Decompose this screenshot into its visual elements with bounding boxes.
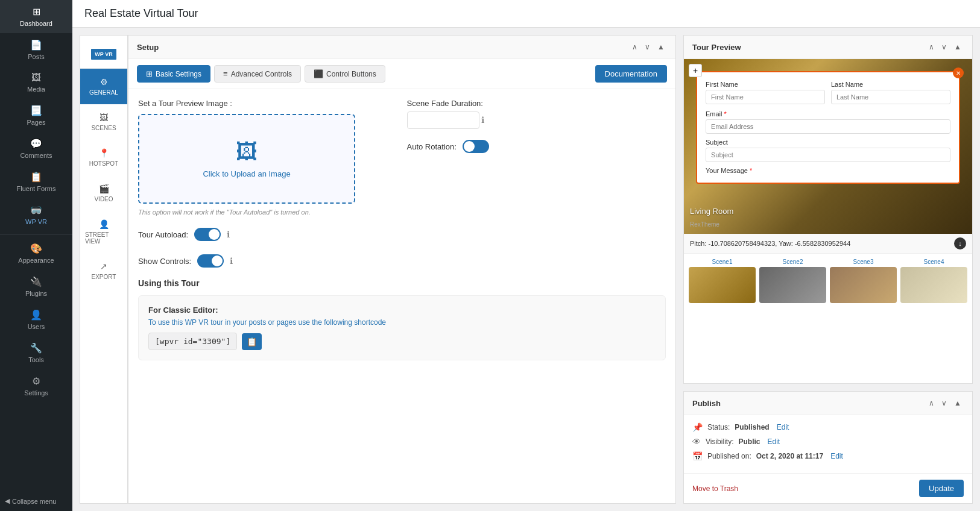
preview-overlay-form: ✕ First Name Last Name [696,71,960,184]
tour-autoload-toggle[interactable] [194,228,221,241]
tour-preview-close-button[interactable]: ▲ [952,42,964,52]
tab-bar: ⊞ Basic Settings ≡ Advanced Controls ⬛ C… [128,59,675,89]
living-room-label: Living Room [690,207,733,216]
show-controls-toggle[interactable] [197,254,224,268]
download-icon[interactable]: ↓ [954,237,966,249]
zoom-in-button[interactable]: + [689,64,702,77]
sidebar-item-appearance[interactable]: 🎨 Appearance [0,237,72,270]
tour-autoload-slider [194,228,221,241]
sub-sidebar-item-video[interactable]: 🎬 VIDEO [80,175,127,211]
sidebar-item-settings[interactable]: ⚙ Settings [0,369,72,403]
preview-image-area: ✕ First Name Last Name [684,59,972,234]
last-name-label: Last Name [831,81,950,88]
sub-sidebar-item-export[interactable]: ↗ EXPORT [80,253,127,289]
tools-icon: 🔧 [30,342,42,354]
publish-down-button[interactable]: ∨ [939,398,949,409]
sidebar-item-label: Media [27,86,45,93]
copy-shortcode-button[interactable]: 📋 [242,333,262,350]
collapse-arrow-icon: ◀ [5,497,10,505]
collapse-menu-button[interactable]: ◀ Collapse menu [0,491,72,511]
upload-text: Click to Upload an Image [203,169,290,178]
first-name-input[interactable] [706,90,825,104]
form-field-last-name: Last Name [831,81,950,104]
subject-label: Subject [706,139,950,146]
wpvr-logo: WP VR [90,48,117,61]
sidebar-item-plugins[interactable]: 🔌 Plugins [0,270,72,303]
update-button[interactable]: Update [919,480,964,497]
plugins-icon: 🔌 [30,276,42,287]
sub-sidebar-item-hotspot[interactable]: 📍 HOTSPOT [80,140,127,175]
shortcode-box: For Classic Editor: To use this WP VR to… [138,295,666,360]
sidebar-item-posts[interactable]: 📄 Posts [0,33,72,66]
sidebar-item-dashboard[interactable]: ⊞ Dashboard [0,0,72,33]
scene-item-1[interactable]: Scene1 [689,259,756,303]
sidebar-item-label: Users [28,323,45,330]
tab-control-buttons[interactable]: ⬛ Control Buttons [305,65,385,83]
documentation-button[interactable]: Documentation [595,65,667,83]
scene-2-label: Scene2 [759,259,826,265]
posts-icon: 📄 [30,39,42,51]
sidebar-item-tools[interactable]: 🔧 Tools [0,336,72,369]
sub-sidebar-item-street-view[interactable]: 👤 STREET VIEW [80,211,127,253]
auto-rotation-slider [463,140,489,153]
sidebar-item-label: Pages [27,119,45,126]
sidebar-item-label: Plugins [25,290,47,297]
scene-fade-label: Scene Fade Duration: [407,99,666,108]
general-icon: ⚙ [100,77,108,87]
last-name-input[interactable] [831,90,950,104]
form-field-email: Email * [706,110,950,134]
publish-close-button[interactable]: ▲ [952,398,964,409]
sidebar-item-comments[interactable]: 💬 Comments [0,132,72,165]
basic-settings-tab-icon: ⊞ [146,69,153,78]
sub-sidebar-item-general[interactable]: ⚙ GENERAL [80,69,127,104]
panel-collapse-up-button[interactable]: ∧ [630,42,640,52]
visibility-value: Public [738,437,760,446]
auto-rotation-toggle[interactable] [463,140,489,153]
tab-basic-settings[interactable]: ⊞ Basic Settings [137,65,210,83]
published-edit-link[interactable]: Edit [830,452,843,460]
publish-up-button[interactable]: ∧ [926,398,937,409]
sub-sidebar-item-scenes[interactable]: 🖼 SCENES [80,104,127,140]
sub-sidebar-item-label: STREET VIEW [85,231,122,245]
scene-item-4[interactable]: Scene4 [900,259,967,303]
wp-vr-icon: 🥽 [30,204,42,216]
sidebar-item-fluent-forms[interactable]: 📋 Fluent Forms [0,165,72,198]
sidebar-item-label: WP VR [25,218,47,225]
subject-input[interactable] [706,148,950,162]
upload-icon: 🖼 [236,139,258,165]
sidebar-item-media[interactable]: 🖼 Media [0,66,72,99]
shortcode-text: [wpvr id="3309"] [148,333,237,350]
sidebar-item-users[interactable]: 👤 Users [0,303,72,336]
scenes-strip: Scene1 Scene2 Scene3 Scene4 [684,254,972,308]
pages-icon: 📃 [30,105,42,116]
upload-area[interactable]: 🖼 Click to Upload an Image [138,114,355,204]
scene-fade-input[interactable] [407,111,479,129]
scene-item-2[interactable]: Scene2 [759,259,826,303]
scene-4-label: Scene4 [900,259,967,265]
close-overlay-button[interactable]: ✕ [953,67,964,78]
tab-advanced-controls[interactable]: ≡ Advanced Controls [214,65,301,83]
upload-note: This option will not work if the "Tour A… [138,208,397,216]
sidebar-item-pages[interactable]: 📃 Pages [0,99,72,132]
comments-icon: 💬 [30,138,42,149]
panel-close-button[interactable]: ▲ [655,42,667,52]
scene-1-thumb [689,267,756,303]
wpvr-logo-area: WP VR [80,40,127,69]
dashboard-icon: ⊞ [33,6,40,17]
visibility-edit-link[interactable]: Edit [767,437,780,446]
sidebar-item-wp-vr[interactable]: 🥽 WP VR [0,198,72,231]
tour-preview-up-button[interactable]: ∧ [926,42,937,52]
status-edit-link[interactable]: Edit [777,423,789,431]
show-controls-label: Show Controls: [138,257,191,266]
using-tour-heading: Using this Tour [138,278,666,288]
main-two-col: Set a Tour Preview Image : 🖼 Click to Up… [138,99,666,225]
move-to-trash-link[interactable]: Move to Trash [692,484,738,493]
email-input[interactable] [706,119,950,134]
sub-sidebar-item-label: HOTSPOT [89,160,118,167]
tour-autoload-label: Tour Autoload: [138,230,188,239]
publish-panel: Publish ∧ ∨ ▲ 📌 Status: Published Edit [683,391,973,504]
panel-collapse-down-button[interactable]: ∨ [642,42,653,52]
scene-item-3[interactable]: Scene3 [830,259,897,303]
tour-preview-down-button[interactable]: ∨ [939,42,949,52]
street-view-icon: 👤 [99,219,109,229]
